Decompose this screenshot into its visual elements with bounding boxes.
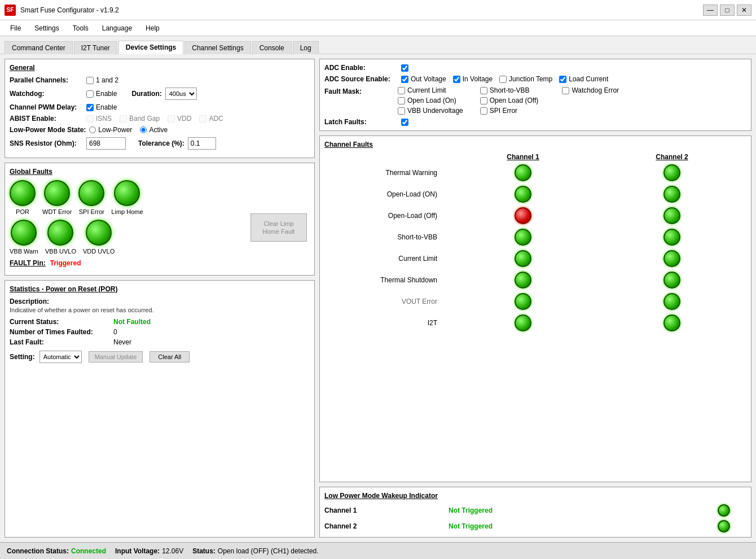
- active-radio: Active: [140, 126, 168, 134]
- lp-ch2-led-cell: [701, 520, 746, 532]
- fault-vbb-uv-cb[interactable]: [398, 107, 405, 115]
- fault-watchdog-cb[interactable]: [562, 87, 569, 94]
- close-button[interactable]: ✕: [737, 5, 751, 16]
- fault-por: POR: [10, 180, 36, 215]
- in-voltage-checkbox[interactable]: [453, 76, 460, 83]
- duration-select[interactable]: 400us 100us 200us 800us: [165, 88, 197, 100]
- tab-device-settings[interactable]: Device Settings: [118, 41, 183, 54]
- junction-temp-checkbox[interactable]: [499, 76, 507, 83]
- vout-error-ch1-led: [515, 293, 531, 310]
- lp-ch1-led-cell: [701, 504, 746, 517]
- maximize-button[interactable]: □: [720, 5, 735, 16]
- parallel-channels-checkbox[interactable]: [86, 77, 94, 84]
- out-voltage-label: Out Voltage: [411, 75, 446, 83]
- limp-home-label: Limp Home: [111, 208, 143, 215]
- abist-bandgap-label: Band Gap: [129, 115, 160, 123]
- manual-update-button[interactable]: Manual Update: [89, 351, 143, 363]
- parallel-channels-value: 1 and 2: [96, 76, 118, 84]
- menu-tools[interactable]: Tools: [67, 23, 94, 34]
- global-faults-section: Global Faults POR WDT Error: [5, 163, 315, 276]
- abist-isns-checkbox: [86, 115, 94, 123]
- in-voltage-label: In Voltage: [463, 75, 493, 83]
- adc-enable-checkbox[interactable]: [401, 64, 408, 72]
- window-title: Smart Fuse Configurator - v1.9.2: [20, 6, 703, 14]
- tab-console[interactable]: Console: [252, 41, 292, 54]
- tolerance-input[interactable]: [188, 137, 216, 150]
- out-voltage-checkbox[interactable]: [401, 76, 408, 83]
- current-status-label: Current Status:: [10, 318, 111, 326]
- current-limit-ch1: [449, 250, 597, 267]
- clear-limp-home-button[interactable]: Clear LimpHome Fault: [250, 213, 307, 242]
- watchdog-row: Watchdog: Enable Duration: 400us 100us 2…: [10, 88, 310, 100]
- fault-open-load-off-cb[interactable]: [480, 97, 487, 104]
- short-vbb-ch1: [449, 229, 597, 246]
- fault-spi-cb[interactable]: [480, 107, 487, 115]
- channel-pwm-enable-label: Enable: [96, 103, 117, 111]
- channel-faults-title: Channel Faults: [324, 141, 746, 149]
- load-current-cb: Load Current: [559, 75, 608, 83]
- last-fault-value: Never: [113, 338, 131, 346]
- lp-ch2-value: Not Triggered: [449, 522, 701, 530]
- current-limit-ch2: [597, 250, 746, 267]
- junction-temp-label: Junction Temp: [509, 75, 552, 83]
- abist-bandgap-cb: Band Gap: [120, 115, 160, 123]
- fault-open-load-on-cb[interactable]: [398, 97, 405, 104]
- stat-description: Indicative of whether a power on reset h…: [10, 307, 310, 313]
- latch-faults-checkbox[interactable]: [401, 119, 408, 126]
- sns-resistor-input[interactable]: [86, 137, 126, 150]
- fault-limp-home: Limp Home: [111, 180, 143, 215]
- lp-ch1-led: [718, 504, 730, 517]
- tab-channel-settings[interactable]: Channel Settings: [184, 41, 250, 54]
- left-panel: General Parallel Channels: 1 and 2 Watch…: [5, 59, 315, 538]
- cf-row-thermal-warning: Thermal Warning: [324, 164, 746, 181]
- active-radio-input[interactable]: [140, 126, 147, 133]
- tab-command-center[interactable]: Command Center: [5, 41, 73, 54]
- watchdog-enable-cb: Enable: [86, 90, 117, 98]
- load-current-checkbox[interactable]: [559, 76, 566, 83]
- times-faulted-row: Number of Times Faulted: 0: [10, 328, 310, 336]
- low-power-row: Low-Power Mode State: Low-Power Active: [10, 126, 310, 134]
- description-label: Description:: [10, 298, 49, 305]
- watchdog-enable-label: Enable: [96, 90, 117, 98]
- abist-row: ABIST Enable: ISNS Band Gap VDD ADC: [10, 115, 310, 123]
- fault-current-limit-cb[interactable]: [398, 87, 405, 94]
- open-load-off-ch1-led: [515, 207, 531, 224]
- short-vbb-label: Short-to-VBB: [324, 233, 449, 241]
- open-load-off-label: Open-Load (Off): [324, 212, 449, 220]
- channel-pwm-row: Channel PWM Delay: Enable: [10, 103, 310, 111]
- app-icon: SF: [5, 5, 16, 16]
- channel-pwm-checkbox[interactable]: [86, 104, 94, 111]
- abist-adc-checkbox: [199, 115, 206, 123]
- watchdog-checkbox[interactable]: [86, 90, 94, 98]
- lp-row-ch1: Channel 1 Not Triggered: [324, 504, 746, 517]
- fault-short-vbb-cb[interactable]: [480, 87, 487, 94]
- tab-log[interactable]: Log: [293, 41, 319, 54]
- vdd-uvlo-led: [86, 220, 112, 246]
- por-label: POR: [16, 208, 29, 215]
- last-fault-label: Last Fault:: [10, 338, 111, 346]
- last-fault-row: Last Fault: Never: [10, 338, 310, 346]
- i2t-label: I2T: [324, 319, 449, 327]
- fault-spi-error: SPI Error: [480, 107, 546, 115]
- global-faults-indicators: POR WDT Error SPI Error Limp Home: [10, 180, 248, 270]
- fault-short-to-vbb: Short-to-VBB: [480, 86, 546, 94]
- abist-vdd-checkbox: [168, 115, 175, 123]
- clear-all-button[interactable]: Clear All: [150, 351, 190, 363]
- menu-help[interactable]: Help: [140, 23, 165, 34]
- minimize-button[interactable]: —: [703, 5, 718, 16]
- abist-bandgap-checkbox: [120, 115, 127, 123]
- cf-row-short-vbb: Short-to-VBB: [324, 229, 746, 246]
- abist-adc-label: ADC: [209, 115, 223, 123]
- sns-row: SNS Resistor (Ohm): Tolerance (%):: [10, 137, 310, 150]
- abist-isns-label: ISNS: [96, 115, 112, 123]
- fault-watchdog-error: Watchdog Error: [562, 86, 627, 94]
- abist-label: ABIST Enable:: [10, 115, 83, 123]
- setting-select[interactable]: Automatic Manual: [39, 351, 82, 363]
- low-power-radio-input[interactable]: [89, 126, 96, 133]
- fault-vbb-uv-label: VBB Undervoltage: [407, 107, 463, 115]
- statusbar: Connection Status: Connected Input Volta…: [0, 542, 756, 559]
- tab-i2t-tuner[interactable]: I2T Tuner: [74, 41, 117, 54]
- menu-language[interactable]: Language: [96, 23, 138, 34]
- menu-file[interactable]: File: [5, 23, 27, 34]
- menu-settings[interactable]: Settings: [29, 23, 64, 34]
